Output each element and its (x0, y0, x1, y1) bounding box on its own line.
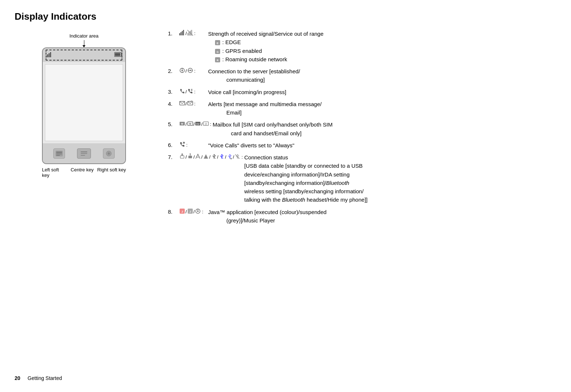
indicator-dashed-box (46, 50, 122, 61)
svg-rect-21 (187, 33, 188, 35)
colon-3: : (194, 88, 196, 96)
centre-key-icon (80, 150, 88, 157)
mailbox-full-3-icon: BM (195, 121, 201, 127)
footer-page-number: 20 (15, 375, 20, 381)
list-item: 6. : "Voice Calls" diverts set to "Alway… (168, 141, 556, 150)
svg-point-37 (189, 70, 191, 71)
svg-point-16 (108, 152, 110, 155)
left-key-icon (55, 151, 63, 156)
svg-rect-5 (122, 54, 123, 55)
svg-text:M: M (181, 123, 183, 125)
item-desc-3: Voice call [incoming/in progress] (208, 88, 556, 96)
indicator-bar (43, 48, 125, 62)
svg-rect-8 (56, 152, 62, 153)
list-item: 1. / (168, 30, 556, 63)
item-icons-6: : (179, 141, 208, 149)
svg-point-69 (197, 210, 199, 212)
list-item: 4. / @ : Alerts [text message and multim… (168, 100, 556, 117)
colon-1: : (194, 30, 196, 37)
svg-text:G: G (216, 51, 219, 53)
item-desc-7: Connection status [USB data cable [stand… (244, 153, 556, 204)
svg-rect-3 (50, 52, 51, 57)
right-key-icon (105, 150, 112, 157)
item-desc-5: Mailbox full [SIM card only/handset only… (213, 120, 557, 137)
svg-text:J: J (181, 210, 183, 213)
svg-rect-12 (81, 151, 87, 152)
call-incoming-icon (179, 88, 185, 94)
svg-text:@: @ (204, 123, 207, 125)
content-area: Indicator area (15, 30, 556, 372)
svg-rect-10 (56, 155, 60, 156)
svg-rect-18 (181, 32, 182, 35)
svg-rect-0 (46, 55, 47, 57)
svg-rect-1 (47, 54, 48, 57)
gprs-icon: G (215, 48, 221, 54)
left-panel: Indicator area (15, 30, 153, 372)
svg-rect-17 (179, 33, 180, 35)
signal-full-icon (179, 30, 185, 36)
phone-diagram (42, 47, 126, 164)
svg-rect-19 (182, 31, 183, 35)
svg-text:E: E (216, 42, 219, 45)
page-title: Display Indicators (15, 11, 556, 22)
centre-key-button (77, 148, 91, 159)
item-icons-7: / / / / / (179, 153, 244, 161)
svg-rect-14 (81, 155, 85, 156)
svg-text:BM: BM (196, 123, 200, 125)
list-item: 5. M / M / BM / @ : Mailbox full [SIM ca… (168, 120, 556, 137)
bluetooth-hidden-icon (234, 154, 240, 159)
svg-point-62 (230, 158, 232, 159)
slash-sep-2: / (185, 67, 187, 75)
item-number-3: 3. (168, 88, 179, 96)
right-soft-key-label: Right soft key (97, 167, 126, 178)
svg-text:J: J (189, 210, 191, 213)
svg-point-57 (182, 154, 183, 155)
svg-rect-13 (81, 153, 87, 154)
key-labels: Left soft key Centre key Right soft key (42, 167, 126, 178)
server-connected-icon (179, 67, 185, 73)
call-divert-icon (179, 141, 185, 147)
indicator-area-wrapper: Indicator area (15, 33, 153, 47)
mailbox-full-1-icon: M (179, 121, 185, 127)
music-player-icon (195, 208, 201, 214)
item-number-5: 5. (168, 120, 179, 129)
item-number-8: 8. (168, 208, 179, 216)
svg-text:R: R (216, 59, 218, 62)
item-icons-2: / : (179, 67, 208, 75)
phone-battery-icon (114, 52, 122, 58)
bluetooth-headset-icon (227, 154, 233, 159)
mms-email-icon: @ (187, 100, 193, 106)
phone-signal-icon (46, 52, 52, 59)
mailbox-full-2-icon: M (187, 121, 193, 127)
phone-screen (45, 64, 123, 141)
colon-2: : (194, 67, 196, 75)
svg-rect-6 (115, 53, 120, 56)
sms-icon (179, 100, 185, 106)
colon-7: : (241, 154, 243, 161)
colon-5: : (210, 121, 211, 128)
list-item: 7. / / / / (168, 153, 556, 204)
indicator-arrow-line (84, 40, 84, 45)
item-icons-8: J / J / : (179, 208, 208, 216)
left-soft-key-button (53, 148, 65, 159)
centre-key-label: Centre key (68, 167, 97, 178)
signal-out-icon (187, 30, 193, 36)
list-item: 3. / : Voice call [incoming/in progress] (168, 88, 556, 96)
item-number-1: 1. (168, 30, 179, 38)
item-desc-4: Alerts [text message and multimedia mess… (208, 100, 556, 117)
svg-rect-2 (49, 53, 50, 57)
item-number-2: 2. (168, 67, 179, 75)
mailbox-full-4-icon: @ (203, 121, 209, 127)
svg-rect-9 (56, 154, 62, 154)
item-desc-6: "Voice Calls" diverts set to "Always" (208, 141, 556, 150)
phone-outer (42, 47, 126, 164)
svg-text:M: M (189, 123, 191, 125)
slash-sep-1: / (185, 30, 187, 37)
slash-sep-4: / (185, 100, 187, 108)
indicator-list: 1. / (168, 30, 556, 225)
right-soft-key-button (103, 148, 115, 159)
svg-rect-59 (188, 156, 192, 158)
list-item: 2. / : Connection to the server [establi… (168, 67, 556, 84)
server-communicating-icon (187, 67, 193, 73)
battery-icon (114, 52, 122, 57)
